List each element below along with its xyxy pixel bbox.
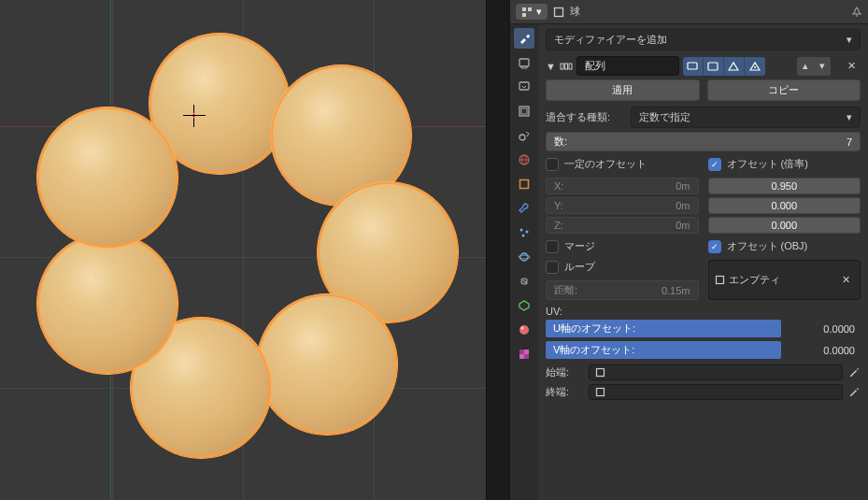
sphere-array[interactable] — [37, 28, 458, 449]
tab-world[interactable] — [514, 150, 534, 170]
u-offset-field[interactable]: U軸のオフセット: — [546, 320, 781, 337]
clear-icon[interactable]: ✕ — [838, 274, 854, 286]
tab-constraints[interactable] — [514, 271, 534, 292]
constant-offset-y[interactable]: Y: 0m — [546, 197, 699, 214]
apply-button[interactable]: 適用 — [546, 79, 700, 101]
svg-rect-28 — [597, 369, 605, 377]
svg-rect-23 — [569, 64, 572, 69]
svg-rect-5 — [519, 82, 529, 90]
show-viewport-icon[interactable] — [704, 57, 724, 76]
mesh-icon — [595, 367, 605, 378]
tab-scene[interactable] — [514, 125, 534, 146]
properties-editor: ▾ 球 モディファイアーを追加 ▾ — [509, 0, 868, 500]
constant-offset-checkbox[interactable] — [546, 158, 559, 171]
svg-point-11 — [520, 229, 523, 232]
show-cage-icon[interactable] — [745, 57, 765, 76]
relative-offset-z[interactable]: 0.000 — [708, 217, 861, 234]
show-render-icon[interactable] — [683, 57, 704, 76]
properties-tabs — [510, 24, 538, 500]
fit-type-dropdown[interactable]: 定数で指定 ▾ — [631, 107, 861, 128]
remove-modifier-button[interactable]: ✕ — [842, 57, 861, 76]
svg-rect-0 — [522, 7, 526, 11]
pin-icon[interactable] — [851, 7, 862, 18]
svg-rect-1 — [528, 7, 532, 11]
copy-button[interactable]: コピー — [707, 79, 861, 101]
constant-offset-x[interactable]: X: 0m — [546, 178, 699, 194]
object-icon — [715, 275, 725, 285]
show-editmode-icon[interactable] — [724, 57, 745, 76]
chevron-down-icon: ▾ — [536, 6, 542, 18]
tab-physics[interactable] — [514, 247, 534, 267]
modifier-visibility — [683, 57, 765, 76]
modifier-reorder: ▴ ▾ — [797, 57, 831, 76]
constant-offset-label: 一定のオフセット — [564, 157, 647, 171]
svg-rect-4 — [519, 59, 529, 66]
svg-point-12 — [526, 231, 529, 234]
end-cap-label: 終端: — [546, 385, 583, 399]
loop-checkbox[interactable] — [546, 261, 559, 274]
editor-splitter[interactable] — [486, 0, 509, 500]
eyedropper-icon[interactable] — [848, 366, 861, 379]
properties-icon — [521, 7, 533, 18]
count-value: 7 — [847, 136, 852, 148]
modifier-header: ▼ 配列 ▴ ▾ ✕ — [546, 56, 861, 76]
tab-modifiers[interactable] — [514, 198, 534, 219]
count-field[interactable]: 数: 7 — [546, 132, 861, 151]
end-cap-field[interactable] — [589, 384, 843, 400]
collapse-toggle[interactable]: ▼ — [546, 61, 556, 72]
object-offset-target[interactable]: エンプティ ✕ — [708, 260, 861, 300]
tab-tool[interactable] — [514, 28, 534, 49]
u-offset-value: 0.0000 — [781, 323, 861, 335]
svg-rect-19 — [519, 350, 524, 354]
start-cap-label: 始端: — [546, 365, 583, 379]
relative-offset-label: オフセット (倍率) — [727, 157, 808, 171]
chevron-down-icon: ▾ — [847, 111, 852, 123]
modifier-name-input[interactable]: 配列 — [576, 56, 679, 76]
merge-distance[interactable]: 距離: 0.15m — [546, 280, 699, 300]
svg-point-13 — [522, 235, 525, 237]
svg-point-14 — [520, 253, 528, 261]
editor-type-selector[interactable]: ▾ — [516, 4, 548, 20]
move-down-button[interactable]: ▾ — [814, 57, 831, 76]
tab-object[interactable] — [514, 174, 534, 194]
svg-point-26 — [754, 66, 756, 68]
constant-offset-z[interactable]: Z: 0m — [546, 217, 699, 234]
viewport-3d[interactable] — [0, 0, 486, 500]
tab-material[interactable] — [514, 320, 534, 340]
svg-rect-25 — [708, 63, 718, 70]
add-modifier-label: モディファイアーを追加 — [554, 33, 667, 47]
tab-render[interactable] — [514, 52, 534, 73]
svg-point-8 — [519, 135, 525, 140]
sphere[interactable] — [257, 294, 397, 435]
svg-point-17 — [520, 326, 523, 329]
chevron-down-icon: ▾ — [847, 34, 852, 46]
properties-header: ▾ 球 — [510, 0, 868, 24]
v-offset-field[interactable]: V軸のオフセット: — [546, 341, 781, 359]
tab-data[interactable] — [514, 295, 534, 316]
add-modifier-dropdown[interactable]: モディファイアーを追加 ▾ — [546, 29, 861, 50]
svg-rect-7 — [521, 108, 527, 114]
relative-offset-x[interactable]: 0.950 — [708, 178, 861, 194]
object-icon — [553, 7, 564, 18]
sphere[interactable] — [37, 234, 178, 374]
svg-rect-20 — [524, 354, 529, 359]
tab-particles[interactable] — [514, 222, 534, 243]
fit-type-label: 適合する種類: — [546, 110, 625, 124]
tab-output[interactable] — [514, 77, 534, 97]
v-offset-value: 0.0000 — [781, 345, 861, 356]
tab-texture[interactable] — [514, 344, 534, 364]
eyedropper-icon[interactable] — [848, 386, 861, 398]
start-cap-field[interactable] — [589, 364, 843, 380]
relative-offset-checkbox[interactable]: ✓ — [708, 158, 721, 171]
fit-type-value: 定数で指定 — [639, 110, 690, 124]
array-icon — [560, 60, 573, 73]
tab-viewlayer[interactable] — [514, 101, 534, 121]
sphere[interactable] — [37, 107, 178, 248]
object-offset-checkbox[interactable]: ✓ — [708, 240, 721, 253]
relative-offset-y[interactable]: 0.000 — [708, 197, 861, 214]
merge-checkbox[interactable] — [546, 240, 559, 253]
svg-rect-3 — [555, 7, 563, 16]
svg-rect-27 — [716, 277, 723, 284]
move-up-button[interactable]: ▴ — [797, 57, 814, 76]
object-offset-label: オフセット (OBJ) — [727, 239, 808, 253]
